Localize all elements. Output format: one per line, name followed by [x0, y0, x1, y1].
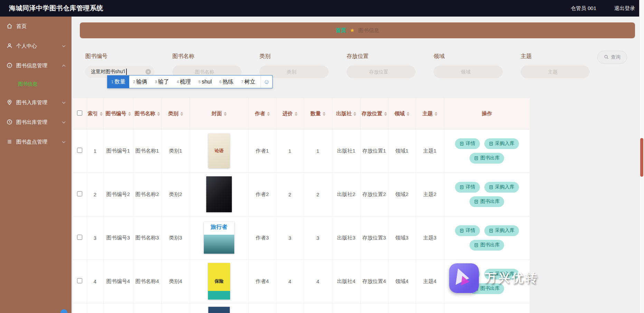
- row-checkbox[interactable]: [77, 278, 82, 283]
- cell-code: 图书编号1: [103, 129, 133, 173]
- col-header-category[interactable]: 类别: [161, 98, 190, 129]
- chevron-up-icon: [62, 65, 66, 68]
- col-header-label: 图书名称: [135, 110, 155, 116]
- book-cover-image: [206, 176, 232, 212]
- clear-input-icon[interactable]: ×: [145, 69, 151, 75]
- sidebar-item-outbound-mgmt[interactable]: 图书出库管理: [0, 113, 72, 132]
- sidebar-subitem-book-info[interactable]: 图书信息: [0, 76, 72, 93]
- col-header-cover[interactable]: 封面: [190, 98, 248, 129]
- row-select-cell: [73, 129, 87, 173]
- cell-publisher: [332, 303, 360, 313]
- col-header-topic[interactable]: 主题: [416, 98, 444, 129]
- sort-icon: [407, 112, 409, 116]
- col-header-field[interactable]: 领域: [388, 98, 416, 129]
- ime-candidate[interactable]: 1 数量: [107, 76, 129, 88]
- ime-candidate-text: 树立: [244, 78, 255, 86]
- top-bar: 海城同泽中学图书仓库管理系统 仓管员 001 退出登录: [0, 0, 644, 17]
- cell-location: 存放位置4: [360, 260, 388, 303]
- book-outbound-button[interactable]: 图书出库: [470, 153, 504, 164]
- smiley-emoji-icon[interactable]: ☺: [261, 76, 272, 88]
- detail-button[interactable]: 详情: [455, 138, 480, 149]
- purchase-inbound-button[interactable]: 采购入库: [484, 182, 519, 193]
- field-input[interactable]: [434, 66, 503, 78]
- sort-icon: [224, 112, 227, 116]
- ime-candidate-text: 梳理: [180, 78, 191, 86]
- book-outbound-button[interactable]: 图书出库: [470, 240, 504, 251]
- detail-button[interactable]: 详情: [455, 182, 480, 193]
- col-header-qty[interactable]: 数量: [304, 98, 332, 129]
- table-row: 3 图书编号3 图书名称3 类别3 旅行者 作者3 3 3 出版社3 存放位置3…: [73, 216, 530, 260]
- col-header-author[interactable]: 作者: [248, 98, 276, 129]
- cell-author: 作者2: [248, 173, 276, 216]
- row-checkbox[interactable]: [77, 148, 82, 153]
- book-cover-image: 旅行者: [204, 222, 234, 254]
- cell-qty: 4: [304, 260, 332, 303]
- col-header-index[interactable]: 索引: [87, 98, 103, 129]
- sidebar-item-profile[interactable]: 个人中心: [0, 36, 72, 56]
- cell-index: [87, 303, 103, 313]
- row-checkbox[interactable]: [77, 191, 82, 196]
- current-user-label: 仓管员 001: [571, 5, 596, 12]
- col-header-code[interactable]: 图书编号: [103, 98, 133, 129]
- sidebar-item-label: 图书出库管理: [16, 119, 47, 126]
- cell-actions: 详情 采购入库 图书出库: [444, 129, 530, 173]
- cell-author: 作者3: [248, 216, 276, 260]
- cell-code: 图书编号2: [103, 173, 133, 216]
- ime-candidate[interactable]: 7 树立: [237, 76, 259, 88]
- book-outbound-button[interactable]: 图书出库: [470, 196, 504, 207]
- cell-name: [133, 303, 161, 313]
- sidebar-item-inventory-mgmt[interactable]: 图书盘点管理: [0, 132, 72, 152]
- cell-index: 3: [87, 216, 103, 260]
- cell-code: 图书编号4: [103, 260, 133, 303]
- cell-price: 4: [276, 260, 304, 303]
- sidebar-item-book-info-mgmt[interactable]: 图书信息管理: [0, 56, 72, 76]
- ime-candidate[interactable]: 3 输了: [151, 76, 173, 88]
- chevron-down-icon: [62, 100, 66, 104]
- purchase-inbound-button[interactable]: 采购入库: [484, 138, 519, 149]
- col-header-publisher[interactable]: 出版社: [332, 98, 360, 129]
- sidebar-item-inbound-mgmt[interactable]: 图书入库管理: [0, 93, 72, 113]
- breadcrumb-home-link[interactable]: 首页: [336, 27, 346, 34]
- filter-group-field: 领域: [434, 53, 503, 78]
- book-cover-image: [208, 307, 230, 313]
- ime-candidate-text: 输了: [158, 78, 169, 86]
- ime-candidate[interactable]: 2 输俩: [129, 76, 151, 88]
- ime-candidate[interactable]: 5 shul: [195, 76, 216, 88]
- select-all-checkbox[interactable]: [77, 110, 82, 116]
- star-icon: ★: [350, 27, 354, 33]
- topic-input[interactable]: [521, 66, 590, 78]
- main-content: 首页 ★ 图书信息 图书编号 × 图书名称 类别: [72, 17, 639, 313]
- vertical-scrollbar[interactable]: [639, 0, 644, 313]
- filter-label: 存放位置: [347, 53, 416, 60]
- filter-label: 类别: [259, 53, 329, 60]
- ime-candidate[interactable]: 4 梳理: [173, 76, 195, 88]
- col-header-price[interactable]: 进价: [276, 98, 304, 129]
- purchase-inbound-button[interactable]: 采购入库: [484, 225, 519, 236]
- logout-button[interactable]: 退出登录: [614, 5, 635, 12]
- col-header-location[interactable]: 存放位置: [360, 98, 388, 129]
- cell-name: 图书名称1: [133, 129, 161, 173]
- chevron-down-icon: [62, 140, 66, 143]
- col-header-label: 作者: [255, 110, 265, 116]
- watermark-logo-icon: [449, 263, 479, 293]
- cell-field: 领域3: [388, 216, 416, 260]
- cell-price: 1: [276, 129, 304, 173]
- purchase-inbound-label: 采购入库: [495, 140, 514, 147]
- filter-label: 主题: [521, 53, 590, 60]
- detail-button[interactable]: 详情: [455, 225, 480, 236]
- col-header-name[interactable]: 图书名称: [133, 98, 161, 129]
- ime-candidate-popup: 1 数量 2 输俩 3 输了 4 梳理 5 shul 6 熟练: [107, 75, 273, 88]
- info-circle-icon: [7, 62, 12, 69]
- sidebar-item-home[interactable]: 首页: [0, 17, 72, 36]
- ime-candidate[interactable]: 6 熟练: [216, 76, 237, 88]
- cell-publisher: 出版社1: [332, 129, 360, 173]
- search-button[interactable]: 查询: [597, 51, 627, 64]
- cell-qty: 3: [304, 216, 332, 260]
- row-select-cell: [73, 216, 87, 260]
- cell-category: 类别2: [161, 173, 190, 216]
- location-input[interactable]: [347, 66, 416, 78]
- location-pin-icon: [7, 99, 12, 106]
- cell-publisher: 出版社3: [332, 216, 360, 260]
- row-checkbox[interactable]: [77, 235, 82, 240]
- scrollbar-thumb[interactable]: [640, 138, 643, 177]
